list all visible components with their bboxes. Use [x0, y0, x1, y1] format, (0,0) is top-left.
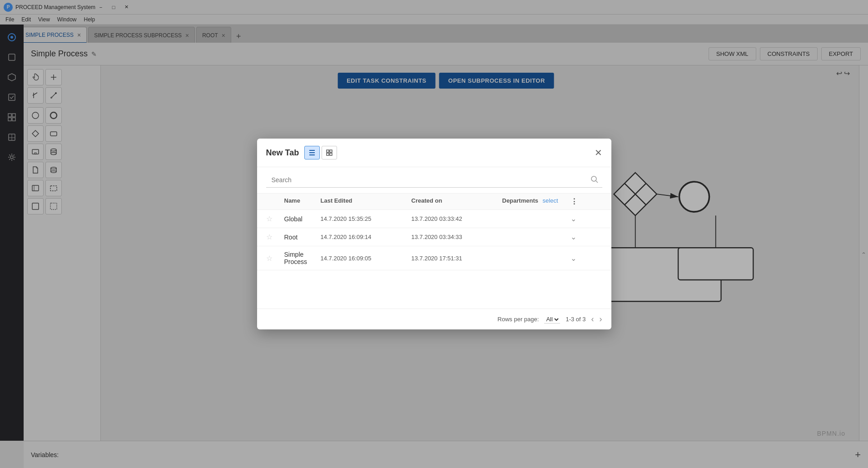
svg-rect-54 [327, 153, 329, 155]
modal-search-area [257, 167, 611, 194]
row-name-simple: Simple Process [284, 251, 321, 265]
row-name-root: Root [284, 234, 321, 241]
new-tab-modal: New Tab ✕ [257, 139, 611, 329]
favorite-star-simple[interactable]: ☆ [266, 254, 284, 263]
table-row: ☆ Global 14.7.2020 15:35:25 13.7.2020 03… [257, 210, 611, 228]
col-header-last-edited: Last Edited [321, 197, 412, 206]
row-last-edited-simple: 14.7.2020 16:09:05 [321, 255, 412, 262]
row-expand-simple[interactable]: ⌄ [570, 254, 589, 263]
modal-table: Name Last Edited Created on Departments … [257, 194, 611, 309]
page-info: 1-3 of 3 [565, 316, 585, 323]
favorite-star-root[interactable]: ☆ [266, 233, 284, 241]
col-header-empty [589, 197, 602, 206]
search-input[interactable] [266, 173, 602, 188]
modal-view-buttons [304, 146, 337, 159]
rows-per-page-select[interactable]: All 10 25 50 [544, 315, 560, 324]
svg-point-56 [591, 176, 596, 181]
grid-view-button[interactable] [322, 146, 337, 159]
row-created-root: 13.7.2020 03:34:33 [412, 234, 502, 240]
row-expand-global[interactable]: ⌄ [570, 214, 589, 223]
modal-header: New Tab ✕ [257, 139, 611, 167]
table-header: Name Last Edited Created on Departments … [257, 194, 611, 210]
col-header-more: ⋮ [570, 197, 589, 206]
row-last-edited-root: 14.7.2020 16:09:14 [321, 234, 412, 240]
row-expand-root[interactable]: ⌄ [570, 233, 589, 241]
row-last-edited-global: 14.7.2020 15:35:25 [321, 215, 412, 222]
modal-title: New Tab [266, 148, 299, 158]
modal-footer: Rows per page: All 10 25 50 1-3 of 3 ‹ › [257, 309, 611, 329]
row-created-simple: 13.7.2020 17:51:31 [412, 255, 502, 262]
col-header-name: Name [284, 197, 321, 206]
table-more-icon[interactable]: ⋮ [570, 198, 578, 205]
col-header-departments: Departments select [502, 197, 570, 206]
modal-close-button[interactable]: ✕ [595, 148, 602, 157]
svg-rect-55 [330, 153, 332, 155]
prev-page-button[interactable]: ‹ [591, 314, 594, 324]
next-page-button[interactable]: › [600, 314, 602, 324]
svg-line-57 [596, 181, 598, 183]
col-header-star [266, 197, 284, 206]
table-row: ☆ Root 14.7.2020 16:09:14 13.7.2020 03:3… [257, 228, 611, 246]
search-wrapper [266, 173, 602, 188]
search-icon [590, 175, 599, 185]
svg-rect-53 [330, 150, 332, 152]
row-name-global: Global [284, 215, 321, 223]
table-row: ☆ Simple Process 14.7.2020 16:09:05 13.7… [257, 246, 611, 270]
departments-select-link[interactable]: select [543, 197, 558, 204]
svg-rect-52 [327, 150, 329, 152]
list-view-button[interactable] [304, 146, 320, 159]
favorite-star-global[interactable]: ☆ [266, 214, 284, 223]
row-created-global: 13.7.2020 03:33:42 [412, 215, 502, 222]
col-header-created-on: Created on [412, 197, 502, 206]
rows-per-page-label: Rows per page: [497, 316, 539, 323]
modal-overlay: New Tab ✕ [0, 0, 868, 468]
